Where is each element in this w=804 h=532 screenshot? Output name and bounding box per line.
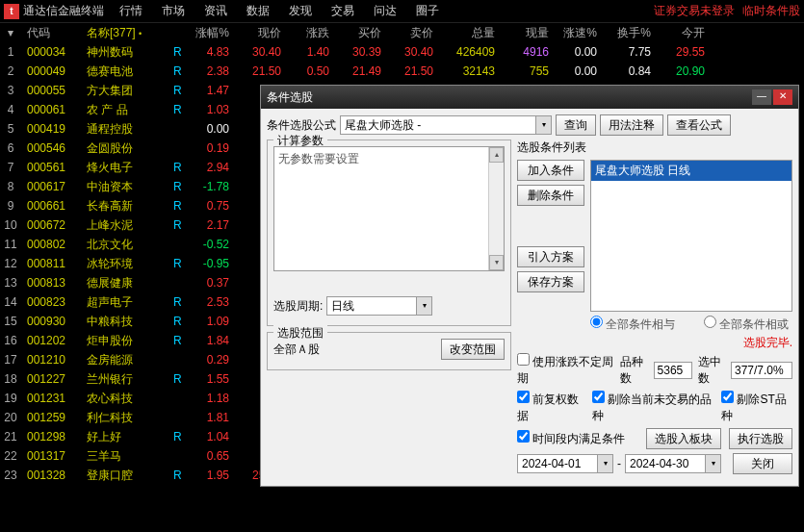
col-turn[interactable]: 换手% [603,25,657,41]
menu-市场[interactable]: 市场 [162,4,185,17]
view-formula-button[interactable]: 查看公式 [667,114,731,136]
minimize-icon[interactable]: — [752,89,771,105]
col-name[interactable]: 名称[377] • [87,25,173,41]
change-range-button[interactable]: 改变范围 [441,339,505,360]
selected-field[interactable] [731,362,792,379]
range-value: 全部Ａ股 [273,342,437,358]
import-button[interactable]: 引入方案 [517,246,584,267]
col-code[interactable]: 代码 [27,25,87,41]
add-cond-button[interactable]: 加入条件 [517,160,584,181]
query-button[interactable]: 查询 [556,114,596,136]
dialog-title: 条件选股 [267,89,750,106]
scroll-up-icon: ▴ [489,147,504,163]
col-diff[interactable]: 涨跌 [287,25,335,41]
list-item[interactable]: 尾盘大师选股 日线 [591,161,791,181]
close-button[interactable]: 关闭 [733,453,792,474]
col-chg[interactable]: 涨幅% [187,25,235,41]
condition-list[interactable]: 尾盘大师选股 日线 [590,160,792,312]
close-icon[interactable]: ✕ [773,89,792,105]
chevron-down-icon[interactable]: ▾ [535,116,551,134]
scrollbar[interactable]: ▴ ▾ [488,147,504,270]
menubar: t 通达信金融终端 行情市场资讯数据发现交易问达圈子 证券交易未登录 临时条件股 [0,0,804,23]
save-button[interactable]: 保存方案 [517,271,584,292]
period-label: 选股周期: [273,298,323,315]
col-price[interactable]: 现价 [235,25,287,41]
count-field[interactable] [654,362,692,379]
period-combo[interactable]: 日线 ▾ [326,296,432,316]
chk-fq[interactable]: 前复权数据 [517,391,584,424]
del-cond-button[interactable]: 删除条件 [517,185,584,206]
app-title: 通达信金融终端 [23,3,104,19]
chk-notrade[interactable]: 剔除当前未交易的品种 [592,391,713,424]
usage-button[interactable]: 用法注释 [600,114,663,136]
to-block-button[interactable]: 选股入板块 [646,428,721,449]
range-legend: 选股范围 [273,325,327,342]
app-logo-icon: t [4,4,19,19]
chevron-down-icon[interactable]: ▾ [416,297,431,315]
formula-combo[interactable]: 尾盘大师选股 - ▾ [340,115,552,135]
menu-行情[interactable]: 行情 [119,4,143,17]
menu-问达[interactable]: 问达 [374,4,397,17]
menu-圈子[interactable]: 圈子 [416,4,439,17]
table-header: ▾ 代码 名称[377] • 涨幅% 现价 涨跌 买价 卖价 总量 现量 涨速%… [0,23,804,42]
menu-资讯[interactable]: 资讯 [204,4,227,17]
col-ask[interactable]: 卖价 [387,25,439,41]
dialog-titlebar[interactable]: 条件选股 — ✕ [261,86,798,109]
col-vol[interactable]: 总量 [439,25,501,41]
table-row[interactable]: 2000049德赛电池R2.3821.500.5021.4921.5032143… [0,62,804,81]
col-spd[interactable]: 涨速% [555,25,603,41]
params-box: 无参数需要设置 ▴ ▾ [273,146,505,271]
col-dropdown-icon[interactable]: ▾ [0,26,27,39]
col-bid[interactable]: 买价 [335,25,387,41]
menu-发现[interactable]: 发现 [289,4,312,17]
chk-st[interactable]: 剔除ST品种 [721,391,792,424]
radio-and[interactable]: 全部条件相与 [590,316,675,333]
menu-right: 证券交易未登录 临时条件股 [646,3,800,19]
menu-数据[interactable]: 数据 [246,4,270,17]
temp-cond-link[interactable]: 临时条件股 [742,3,800,19]
login-status[interactable]: 证券交易未登录 [654,3,735,19]
table-row[interactable]: 1000034神州数码R4.8330.401.4030.3930.4042640… [0,42,804,62]
date-to[interactable]: 2024-04-30▾ [625,454,721,473]
col-now[interactable]: 现量 [501,25,555,41]
condition-dialog: 条件选股 — ✕ 条件选股公式 尾盘大师选股 - ▾ 查询 用法注释 查看公式 … [260,85,799,487]
date-from[interactable]: 2024-04-01▾ [517,454,613,473]
menu-交易[interactable]: 交易 [331,4,354,17]
chk-timerange[interactable]: 时间段内满足条件 [517,430,625,447]
chevron-down-icon: ▾ [597,455,612,472]
formula-label: 条件选股公式 [267,117,336,134]
status-text: 选股完毕. [517,335,792,351]
col-open[interactable]: 今开 [657,25,711,41]
condlist-label: 选股条件列表 [517,139,586,156]
exec-button[interactable]: 执行选股 [729,428,792,449]
chevron-down-icon: ▾ [705,455,720,472]
scroll-down-icon: ▾ [489,255,504,270]
radio-or[interactable]: 全部条件相或 [704,316,789,333]
chk-uncertain[interactable]: 使用涨跌不定周期 [517,353,620,387]
